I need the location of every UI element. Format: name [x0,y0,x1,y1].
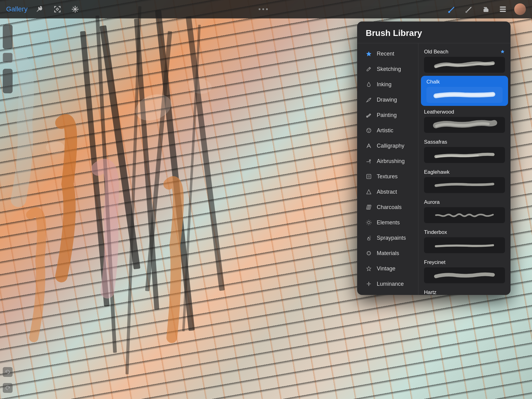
svg-point-14 [465,11,467,13]
svg-point-32 [366,220,371,225]
sketching-category-label: Sketching [377,66,401,72]
svg-point-31 [368,221,370,224]
left-sidebar [0,18,15,399]
brush-preview-aurora [424,207,505,223]
brush-item-eaglehawk[interactable]: Eaglehawk [418,166,511,196]
charcoals-category-label: Charcoals [377,204,402,211]
opacity-slider[interactable] [3,69,13,93]
undo-button[interactable] [3,367,13,377]
brush-name-sassafras: Sassafras [424,139,447,145]
brush-name-hartz: Hartz [424,289,437,295]
brush-item-sassafras[interactable]: Sassafras [418,136,511,166]
brush-item-chalk[interactable]: Chalk [421,76,508,106]
wrench-icon[interactable] [34,3,45,15]
dot3 [266,8,268,10]
category-item-sketching[interactable]: Sketching [360,62,416,76]
spraypaints-category-label: Spraypaints [377,235,406,241]
category-item-elements[interactable]: Elements [360,215,416,230]
category-item-materials[interactable]: Materials [360,246,416,261]
svg-rect-15 [484,9,488,12]
svg-rect-33 [368,238,370,240]
brush-item-aurora[interactable]: Aurora [418,196,511,226]
svg-rect-26 [367,174,371,179]
materials-category-icon [365,250,372,257]
primary-color-swatch[interactable] [3,53,13,63]
transform-icon[interactable] [69,3,81,15]
category-item-vintage[interactable]: Vintage [360,261,416,276]
category-item-recent[interactable]: Recent [360,46,416,61]
category-item-airbrushing[interactable]: Airbrushing [360,154,416,169]
dot1 [259,8,260,10]
brush-tool-icon[interactable] [445,3,457,15]
brush-size-slider[interactable] [3,25,13,49]
dot2 [262,8,264,10]
category-item-calligraphy[interactable]: Calligraphy [360,138,416,153]
brush-preview-sassafras [424,147,505,163]
airbrushing-category-label: Airbrushing [377,158,405,165]
category-item-luminance[interactable]: Luminance [360,277,416,291]
svg-point-36 [369,236,370,236]
vintage-category-label: Vintage [377,265,395,272]
abstract-category-icon [365,188,372,196]
painting-category-icon [365,111,372,119]
category-item-inking[interactable]: Inking [360,77,416,92]
category-item-spraypaints[interactable]: Spraypaints [360,230,416,245]
brush-item-tinderbox[interactable]: Tinderbox [418,226,511,256]
svg-rect-16 [500,11,506,12]
category-list: RecentSketchingInkingDrawingPaintingArti… [357,43,418,295]
svg-point-11 [186,76,213,95]
category-item-textures[interactable]: Textures [360,169,416,184]
textures-category-label: Textures [377,173,398,180]
category-item-painting[interactable]: Painting [360,108,416,122]
svg-point-34 [370,237,370,237]
selection-icon[interactable] [52,3,63,15]
svg-point-21 [367,128,371,133]
layers-tool-icon[interactable] [497,3,509,15]
brush-name-chalk: Chalk [426,79,440,85]
svg-rect-7 [182,25,201,331]
airbrushing-category-icon [365,157,372,165]
svg-point-24 [368,131,369,132]
top-toolbar: Gallery [0,0,532,18]
brush-favorite-icon-old-beach[interactable] [500,49,505,55]
abstract-category-label: Abstract [377,189,397,195]
svg-marker-27 [367,190,371,194]
svg-marker-19 [366,51,372,56]
brush-item-freycinet[interactable]: Freycinet [418,256,511,286]
inking-category-label: Inking [377,81,391,88]
brush-library-body: RecentSketchingInkingDrawingPaintingArti… [357,43,511,295]
smudge-tool-icon[interactable] [463,3,474,15]
brush-list: Old BeachChalkLeatherwoodSassafrasEagleh… [418,43,511,295]
brush-preview-freycinet [424,267,505,283]
charcoals-category-icon [365,203,372,211]
vintage-category-icon [365,265,372,272]
inking-category-icon [365,81,372,88]
svg-rect-18 [500,6,506,8]
svg-point-22 [368,130,368,130]
brush-preview-old-beach [424,57,505,73]
brush-item-hartz[interactable]: Hartz [418,286,511,295]
redo-button[interactable] [3,383,13,393]
svg-point-35 [370,236,371,236]
calligraphy-category-label: Calligraphy [377,143,404,149]
drawing-category-icon [365,96,372,103]
svg-point-23 [369,130,370,130]
artistic-category-icon [365,127,372,134]
user-avatar[interactable] [514,3,526,15]
brush-item-old-beach[interactable]: Old Beach [418,46,511,76]
painting-category-label: Painting [377,112,397,118]
brush-preview-chalk [426,87,503,103]
gallery-button[interactable]: Gallery [6,5,28,13]
recent-category-label: Recent [377,51,394,57]
category-item-artistic[interactable]: Artistic [360,123,416,138]
category-item-industrial[interactable]: Industrial [360,292,416,295]
category-item-abstract[interactable]: Abstract [360,184,416,199]
category-item-charcoals[interactable]: Charcoals [360,200,416,215]
erase-tool-icon[interactable] [480,3,492,15]
svg-point-37 [370,237,371,238]
artistic-category-label: Artistic [377,127,393,134]
category-item-drawing[interactable]: Drawing [360,92,416,107]
brush-library-title: Brush Library [366,28,422,38]
svg-point-12 [74,8,76,10]
brush-item-leatherwood[interactable]: Leatherwood [418,106,511,136]
